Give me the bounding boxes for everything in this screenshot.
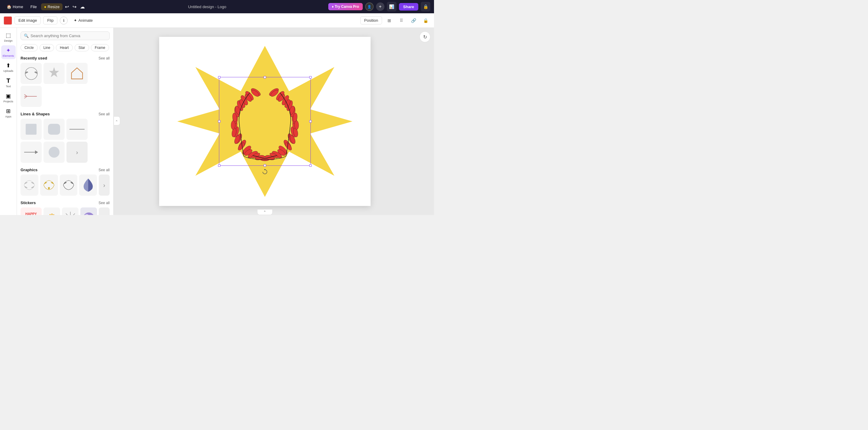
avatar[interactable]: 👤 <box>365 2 374 11</box>
shape-square-item[interactable] <box>21 119 42 140</box>
wreath-element[interactable] <box>220 78 310 165</box>
svg-line-4 <box>24 96 27 98</box>
animate-icon: ✦ <box>74 18 77 23</box>
undo-button[interactable]: ↩ <box>64 3 70 11</box>
sticker-item-1[interactable]: HAPPYVALENTINE'SDAY <box>21 208 42 215</box>
svg-point-9 <box>83 213 94 215</box>
svg-point-0 <box>25 67 37 80</box>
graphic-item-3[interactable] <box>60 175 78 196</box>
lines-shapes-header: Lines & Shapes See all <box>21 112 110 116</box>
info-button[interactable]: ℹ <box>60 17 68 25</box>
search-input[interactable] <box>31 33 106 38</box>
resize-label: Resize <box>48 4 60 9</box>
graphics-header: Graphics See all <box>21 167 110 172</box>
stickers-more-item[interactable]: › <box>99 208 110 215</box>
svg-line-3 <box>24 94 27 96</box>
top-bar: 🏠 Home File ● Resize ↩ ↪ ☁ Untitled desi… <box>0 0 434 13</box>
graphics-more-item[interactable]: › <box>99 175 110 196</box>
sticker-item-2[interactable]: 🖐️ <box>43 208 60 215</box>
resize-button[interactable]: ● Resize <box>41 3 63 10</box>
shape-more-item[interactable]: › <box>66 142 88 163</box>
sidebar-item-text[interactable]: T Text <box>1 75 16 90</box>
top-bar-left: 🏠 Home File ● Resize ↩ ↪ ☁ <box>4 3 86 11</box>
layers-button[interactable]: ⊞ <box>384 16 394 25</box>
try-canva-pro-button[interactable]: ♦ Try Canva Pro <box>328 3 363 10</box>
recently-used-item-2[interactable] <box>43 63 65 84</box>
sidebar-item-elements[interactable]: ✦ Elements <box>1 45 16 59</box>
sidebar-item-design[interactable]: ⬚ Design <box>1 30 16 44</box>
position-button[interactable]: Position <box>360 16 382 25</box>
analytics-button[interactable]: 📊 <box>387 2 397 11</box>
edit-toolbar: Edit image Flip ℹ ✦ Animate Position ⊞ ⠿… <box>0 13 434 28</box>
recently-used-section: Recently used See all <box>21 56 110 107</box>
graphics-section: Graphics See all <box>21 167 110 196</box>
graphic-item-4[interactable] <box>79 175 97 196</box>
share-button[interactable]: Share <box>399 3 418 10</box>
lock-button[interactable]: 🔒 <box>421 2 430 11</box>
sidebar-item-uploads[interactable]: ⬆ Uploads <box>1 60 16 74</box>
graphics-grid: › <box>21 175 110 196</box>
grid-button[interactable]: ⠿ <box>397 16 406 25</box>
recently-used-item-4[interactable] <box>21 86 42 107</box>
shape-rounded-rect-item[interactable] <box>43 119 65 140</box>
home-button[interactable]: 🏠 Home <box>4 3 26 10</box>
document-title: Untitled design - Logo <box>89 4 326 9</box>
rotate-handle[interactable] <box>262 169 268 176</box>
recently-used-grid <box>21 63 110 107</box>
redo-button[interactable]: ↪ <box>71 3 78 11</box>
main-layout: ⬚ Design ✦ Elements ⬆ Uploads T Text ▣ P… <box>0 28 434 215</box>
chip-circle[interactable]: Circle <box>21 44 38 51</box>
recently-used-see-all[interactable]: See all <box>98 56 110 60</box>
svg-marker-1 <box>49 67 59 77</box>
hide-bar: ⌃ <box>257 210 272 215</box>
crown-icon: ♦ <box>332 4 334 9</box>
filter-chips: Circle Line Heart Star Frame › <box>21 44 110 52</box>
uploads-icon: ⬆ <box>6 62 10 69</box>
shape-circle-item[interactable] <box>43 142 65 163</box>
graphic-item-2[interactable] <box>40 175 58 196</box>
recently-used-header: Recently used See all <box>21 56 110 60</box>
sidebar-label-apps: Apps <box>5 115 11 118</box>
sticker-item-4[interactable] <box>80 208 97 215</box>
recently-used-item-1[interactable] <box>21 63 42 84</box>
stickers-section: Stickers See all HAPPYVALENTINE'SDAY 🖐️ <box>21 201 110 215</box>
save-button[interactable]: ☁ <box>79 3 86 11</box>
stickers-see-all[interactable]: See all <box>98 201 110 205</box>
graphics-title: Graphics <box>21 167 37 172</box>
recently-used-item-3[interactable] <box>66 63 88 84</box>
add-button[interactable]: + <box>376 2 384 11</box>
edit-image-button[interactable]: Edit image <box>14 16 41 25</box>
chip-line[interactable]: Line <box>39 44 54 51</box>
hide-panel-button[interactable]: ‹ <box>114 116 120 125</box>
canvas-area[interactable]: ‹ <box>114 28 416 215</box>
sidebar-item-projects[interactable]: ▣ Projects <box>1 91 16 105</box>
sidebar-item-apps[interactable]: ⊞ Apps <box>1 106 16 120</box>
flip-button[interactable]: Flip <box>43 16 57 25</box>
sticker-item-3[interactable] <box>62 208 79 215</box>
top-bar-right: ♦ Try Canva Pro 👤 + 📊 Share 🔒 <box>328 2 430 11</box>
design-icon: ⬚ <box>6 32 11 39</box>
chip-heart[interactable]: Heart <box>56 44 72 51</box>
lines-shapes-grid: › <box>21 119 110 163</box>
shape-arrow-item[interactable] <box>21 142 42 163</box>
chip-frame[interactable]: Frame <box>91 44 109 51</box>
right-panel: ↻ <box>416 28 434 215</box>
search-bar[interactable]: 🔍 <box>21 31 110 40</box>
sidebar-label-elements: Elements <box>3 54 14 57</box>
file-label: File <box>31 4 37 9</box>
animate-button[interactable]: ✦ Animate <box>70 17 96 24</box>
graphic-item-1[interactable] <box>21 175 38 196</box>
color-swatch[interactable] <box>4 16 12 25</box>
file-button[interactable]: File <box>28 3 40 10</box>
graphics-see-all[interactable]: See all <box>98 168 110 172</box>
lock-element-button[interactable]: 🔒 <box>421 16 430 25</box>
shape-line-item[interactable] <box>66 119 88 140</box>
link-button[interactable]: 🔗 <box>409 16 418 25</box>
selected-element-wrapper[interactable] <box>220 78 310 165</box>
rotate-element-button[interactable]: ↻ <box>420 31 430 42</box>
projects-icon: ▣ <box>6 93 11 99</box>
lines-shapes-see-all[interactable]: See all <box>98 112 110 116</box>
hide-bar-button[interactable]: ⌃ <box>257 210 272 215</box>
chip-star[interactable]: Star <box>74 44 89 51</box>
text-icon: T <box>6 77 10 84</box>
